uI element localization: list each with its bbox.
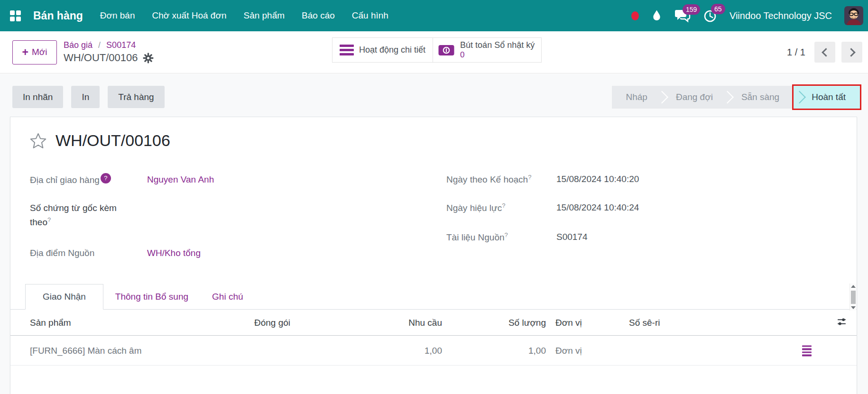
origin-documents-help-sup: ? — [47, 216, 51, 223]
messages-badge: 159 — [683, 4, 700, 15]
col-demand: Nhu cầu — [408, 318, 442, 328]
menu-item-san-pham[interactable]: Sản phẩm — [243, 10, 285, 21]
activities-badge: 65 — [711, 4, 725, 14]
row-detailed-operations-icon[interactable] — [802, 345, 812, 356]
cell-uom: Đơn vị — [555, 346, 582, 356]
breadcrumb-quotation[interactable]: Báo giá — [64, 40, 92, 50]
status-step-ready[interactable]: Sẵn sàng — [727, 86, 794, 109]
field-origin-documents: Số chứng từ gốc kèm theo? — [30, 202, 130, 229]
menu-item-bao-cao[interactable]: Báo cáo — [302, 10, 335, 21]
origin-documents-label: Số chứng từ gốc kèm theo — [30, 203, 117, 227]
favorite-star-icon[interactable] — [29, 132, 47, 149]
avatar-image — [844, 6, 863, 25]
col-product: Sản phẩm — [30, 318, 71, 328]
col-package: Đóng gói — [254, 318, 290, 328]
menu-item-cau-hinh[interactable]: Cấu hình — [352, 10, 388, 21]
source-document-label: Tài liệu Nguồn — [446, 232, 505, 242]
return-button[interactable]: Trả hàng — [108, 86, 164, 108]
company-name[interactable]: Viindoo Technology JSC — [729, 10, 832, 21]
source-location-value[interactable]: WH/Kho tổng — [147, 247, 201, 260]
recording-indicator-icon — [631, 11, 639, 20]
scheduled-date-label: Ngày theo Kế hoạch — [446, 174, 528, 184]
field-source-location: Địa điểm Nguồn WH/Kho tổng — [30, 247, 201, 260]
apps-grid-icon — [10, 10, 21, 21]
breadcrumb: Báo giá / S00174 WH/OUT/00106 — [64, 39, 154, 65]
col-serial: Số sê-ri — [629, 318, 660, 328]
form-sheet: WH/OUT/00106 Địa chỉ giao hàng? Nguyen V… — [10, 117, 857, 394]
delivery-address-label: Địa chỉ giao hàng — [30, 175, 100, 185]
table-row-move-line[interactable]: [FURN_6666] Màn cách âm 1,00 1,00 Đơn vị — [10, 336, 857, 366]
top-menu: Đơn bán Chờ xuất Hoá đơn Sản phẩm Báo cá… — [100, 10, 388, 21]
control-panel: + Mới Báo giá / S00174 WH/OUT/00106 — [0, 31, 868, 73]
new-button-label: Mới — [32, 47, 47, 57]
cell-product[interactable]: [FURN_6666] Màn cách âm — [30, 346, 142, 356]
plus-icon: + — [22, 47, 28, 58]
tab-giao-nhan[interactable]: Giao Nhận — [25, 284, 103, 310]
user-avatar[interactable] — [844, 6, 863, 25]
record-title: WH/OUT/00106 — [55, 131, 170, 150]
print-labels-button[interactable]: In nhãn — [12, 86, 63, 108]
new-button[interactable]: + Mới — [12, 40, 57, 64]
app-name-ban-hang[interactable]: Bán hàng — [33, 9, 83, 22]
breadcrumb-current-record: WH/OUT/00106 — [64, 51, 138, 65]
scroll-up-arrow-icon[interactable] — [851, 285, 856, 288]
tab-ghi-chu[interactable]: Ghi chú — [200, 284, 255, 309]
messages-icon[interactable]: 159 — [674, 9, 691, 23]
bars-icon — [340, 45, 354, 55]
optional-columns-icon[interactable] — [836, 316, 847, 330]
smart-buttons: Hoạt động chi tiết Bút toán Sổ nhật ký 0 — [332, 37, 542, 63]
inner-scrollbar[interactable] — [850, 284, 856, 311]
statusbar: Nháp Đang đợi Sẵn sàng Hoàn tất — [612, 86, 860, 109]
cell-demand: 1,00 — [425, 346, 442, 356]
scrollbar-thumb[interactable] — [851, 291, 856, 304]
odoo-app-window: Bán hàng Đơn bán Chờ xuất Hoá đơn Sản ph… — [0, 0, 868, 394]
menu-item-cho-xuat-hoa-don[interactable]: Chờ xuất Hoá đơn — [152, 10, 227, 21]
effective-date-label: Ngày hiệu lực — [446, 203, 502, 213]
detailed-operations-button[interactable]: Hoạt động chi tiết — [332, 38, 433, 62]
field-delivery-address: Địa chỉ giao hàng? Nguyen Van Anh — [30, 173, 214, 187]
field-source-document: Tài liệu Nguồn? S00174 — [446, 230, 588, 245]
journal-entries-button[interactable]: Bút toán Sổ nhật ký 0 — [433, 38, 541, 62]
help-question-badge-icon[interactable]: ? — [101, 173, 111, 183]
source-document-help-sup: ? — [505, 231, 508, 238]
col-uom: Đơn vị — [555, 318, 582, 328]
status-step-waiting[interactable]: Đang đợi — [662, 86, 727, 109]
effective-date-value[interactable]: 15/08/2024 10:40:24 — [556, 201, 639, 215]
journal-entries-count: 0 — [460, 50, 464, 60]
scroll-down-arrow-icon[interactable] — [851, 306, 856, 309]
status-step-draft[interactable]: Nháp — [612, 86, 662, 109]
print-button[interactable]: In — [71, 86, 100, 108]
tab-thong-tin-bo-sung[interactable]: Thông tin Bổ sung — [103, 284, 200, 309]
breadcrumb-separator: / — [98, 40, 101, 50]
breadcrumb-sale-order[interactable]: S00174 — [106, 40, 136, 50]
source-location-label: Địa điểm Nguồn — [30, 248, 94, 258]
pager-next-button[interactable] — [841, 42, 862, 63]
status-step-done-highlighted[interactable]: Hoàn tất — [794, 86, 860, 109]
scheduled-date-value[interactable]: 15/08/2024 10:40:20 — [556, 173, 639, 186]
main-content: In nhãn In Trả hàng Nháp Đang đợi Sẵn sà… — [0, 74, 868, 394]
notebook-tabs: Giao Nhận Thông tin Bổ sung Ghi chú — [10, 284, 857, 310]
delivery-address-value[interactable]: Nguyen Van Anh — [147, 173, 214, 187]
top-navbar: Bán hàng Đơn bán Chờ xuất Hoá đơn Sản ph… — [0, 0, 868, 31]
chevron-left-icon — [822, 48, 830, 56]
pager-previous-button[interactable] — [814, 42, 835, 63]
col-quantity: Số lượng — [508, 318, 546, 328]
action-buttons: In nhãn In Trả hàng — [12, 86, 165, 108]
field-effective-date: Ngày hiệu lực? 15/08/2024 10:40:24 — [446, 201, 639, 215]
scheduled-date-help-sup: ? — [528, 174, 531, 181]
chevron-right-icon — [847, 48, 855, 56]
journal-entries-label: Bút toán Sổ nhật ký — [460, 40, 535, 50]
pager: 1 / 1 — [787, 42, 862, 63]
menu-item-don-ban[interactable]: Đơn bán — [100, 10, 135, 21]
source-document-value[interactable]: S00174 — [556, 230, 588, 244]
droplet-icon-svg — [651, 9, 662, 22]
detailed-operations-label: Hoạt động chi tiết — [359, 45, 425, 55]
activities-clock-icon[interactable]: 65 — [703, 9, 717, 23]
gear-icon[interactable] — [143, 53, 154, 64]
apps-menu-button[interactable] — [0, 0, 30, 31]
gear-icon-svg — [143, 53, 154, 64]
pager-counter: 1 / 1 — [787, 47, 805, 58]
cell-quantity: 1,00 — [528, 346, 546, 356]
table-header: Sản phẩm Đóng gói Nhu cầu Số lượng Đơn v… — [10, 310, 857, 336]
droplet-icon[interactable] — [651, 9, 662, 22]
